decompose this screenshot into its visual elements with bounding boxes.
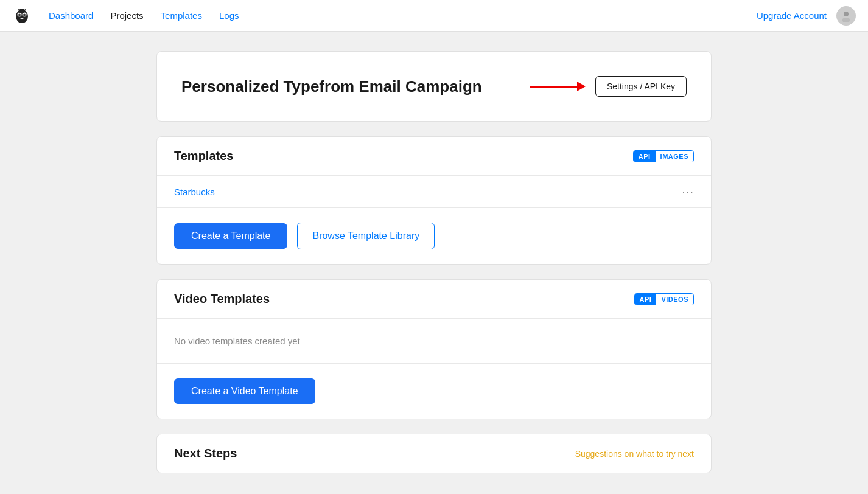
- video-templates-badge-type: VIDEOS: [656, 294, 693, 305]
- template-name-link[interactable]: Starbucks: [174, 187, 215, 197]
- templates-badge-type: IMAGES: [656, 151, 693, 162]
- next-steps-title: Next Steps: [174, 447, 237, 461]
- main-content: Personalized Typefrom Email Campaign Set…: [142, 32, 726, 494]
- nav-right: Upgrade Account: [757, 6, 856, 26]
- logo: [12, 6, 32, 26]
- project-header-right: Settings / API Key: [530, 76, 687, 97]
- svg-point-7: [842, 18, 850, 22]
- arrow-line: [530, 86, 578, 88]
- navbar: Dashboard Projects Templates Logs Upgrad…: [0, 0, 868, 32]
- templates-section-title: Templates: [174, 149, 233, 163]
- project-header-inner: Personalized Typefrom Email Campaign Set…: [157, 52, 711, 121]
- templates-actions-row: Create a Template Browse Template Librar…: [157, 208, 711, 264]
- nav-templates[interactable]: Templates: [161, 10, 202, 21]
- video-templates-section-title: Video Templates: [174, 292, 270, 306]
- project-title: Personalized Typefrom Email Campaign: [181, 77, 482, 96]
- arrow-head: [577, 82, 586, 91]
- video-templates-section-header: Video Templates API VIDEOS: [157, 280, 711, 319]
- nav-dashboard[interactable]: Dashboard: [49, 10, 93, 21]
- template-row: Starbucks ···: [157, 176, 711, 208]
- arrow-decoration: [530, 82, 586, 91]
- video-templates-empty-state: No video templates created yet: [157, 319, 711, 364]
- create-template-button[interactable]: Create a Template: [174, 223, 287, 249]
- templates-card: Templates API IMAGES Starbucks ··· Creat…: [156, 136, 712, 265]
- next-steps-card: Next Steps Suggestions on what to try ne…: [156, 434, 712, 473]
- settings-api-key-button[interactable]: Settings / API Key: [595, 76, 687, 97]
- project-header-card: Personalized Typefrom Email Campaign Set…: [156, 51, 712, 122]
- video-templates-card: Video Templates API VIDEOS No video temp…: [156, 279, 712, 419]
- video-templates-badge-group: API VIDEOS: [634, 293, 694, 305]
- svg-point-3: [18, 13, 21, 16]
- video-templates-badge-api: API: [635, 294, 657, 305]
- create-video-template-button[interactable]: Create a Video Template: [174, 378, 315, 404]
- nav-logs[interactable]: Logs: [219, 10, 239, 21]
- templates-section-header: Templates API IMAGES: [157, 137, 711, 176]
- video-templates-actions-row: Create a Video Template: [157, 364, 711, 419]
- templates-badge-group: API IMAGES: [633, 150, 694, 162]
- svg-point-6: [844, 12, 849, 16]
- video-templates-empty-message: No video templates created yet: [174, 336, 300, 346]
- avatar[interactable]: [836, 6, 856, 26]
- svg-point-5: [19, 9, 25, 13]
- next-steps-header: Next Steps Suggestions on what to try ne…: [157, 434, 711, 473]
- suggestions-link[interactable]: Suggestions on what to try next: [575, 449, 694, 459]
- nav-projects[interactable]: Projects: [110, 10, 143, 21]
- browse-template-library-button[interactable]: Browse Template Library: [297, 223, 435, 249]
- templates-badge-api: API: [634, 151, 656, 162]
- upgrade-account-link[interactable]: Upgrade Account: [757, 10, 827, 21]
- template-more-menu[interactable]: ···: [682, 186, 694, 198]
- svg-point-4: [23, 13, 26, 16]
